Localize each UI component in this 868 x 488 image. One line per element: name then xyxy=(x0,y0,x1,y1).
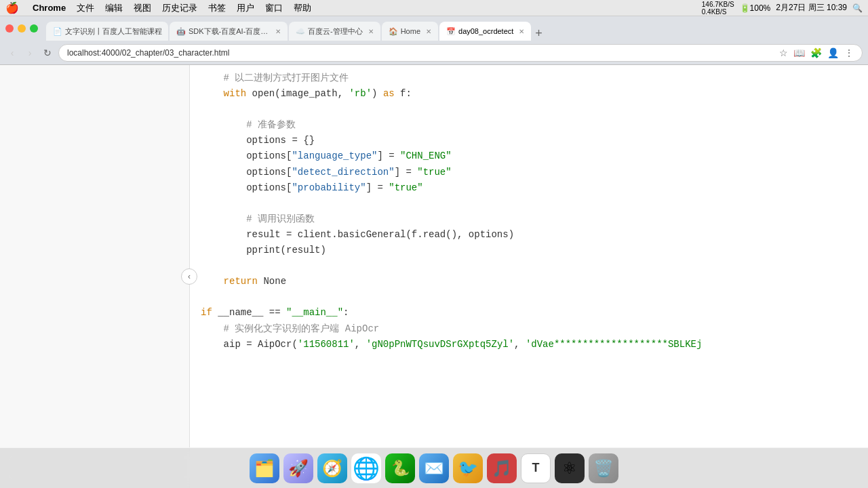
options-lang: options["language_type"] = "CHN_ENG" xyxy=(201,150,452,161)
comment-binary-open: # 以二进制方式打开图片文件 xyxy=(201,73,349,83)
pprint-line: pprint(result) xyxy=(201,245,326,256)
menu-help[interactable]: 帮助 xyxy=(294,2,311,14)
code-content: # 以二进制方式打开图片文件 with open(image_path, 'rb… xyxy=(190,65,868,358)
addressbar: ‹ › ↻ localhost:4000/02_chapter/03_chara… xyxy=(0,41,868,65)
if-main: if __name__ == "__main__": xyxy=(201,307,349,318)
dock-typora[interactable]: T xyxy=(521,453,551,483)
dock-launchpad[interactable]: 🚀 xyxy=(283,453,313,483)
close-button[interactable] xyxy=(5,24,14,33)
sidebar: ‹ xyxy=(0,65,190,488)
tab-3-icon: ☁️ xyxy=(296,27,305,36)
options-init: options = {} xyxy=(201,135,315,146)
code-area[interactable]: # 以二进制方式打开图片文件 with open(image_path, 'rb… xyxy=(190,65,868,488)
extensions-icon[interactable]: 🧩 xyxy=(810,47,822,58)
dock-trash[interactable]: 🗑️ xyxy=(589,453,618,483)
tabs-bar: 📄 文字识别丨百度人工智能课程 ✕ 🤖 SDK下载-百度AI-百度AI开放平..… xyxy=(43,16,545,41)
window-controls xyxy=(5,24,38,33)
tab-4-label: Home xyxy=(401,27,420,35)
minimize-button[interactable] xyxy=(18,24,26,33)
menu-edit[interactable]: 编辑 xyxy=(105,2,123,14)
address-text: localhost:4000/02_chapter/03_character.h… xyxy=(67,48,230,58)
result-line: result = client.basicGeneral(f.read(), o… xyxy=(201,229,514,240)
tab-3-close[interactable]: ✕ xyxy=(368,28,374,35)
menu-view[interactable]: 视图 xyxy=(134,2,151,14)
comment-call-func: # 调用识别函数 xyxy=(201,214,315,224)
options-probability: options["probability"] = "true" xyxy=(201,182,423,193)
dock: 🗂️ 🚀 🧭 🌐 🐍 ✉️ 🐦 🎵 T ⚛ 🗑️ xyxy=(0,447,868,488)
address-box[interactable]: localhost:4000/02_chapter/03_character.h… xyxy=(58,44,863,62)
tab-4[interactable]: 🏠 Home ✕ xyxy=(382,22,438,41)
tab-5-label: day08_ocrdetect xyxy=(458,27,513,35)
sidebar-collapse-button[interactable]: ‹ xyxy=(181,268,197,285)
options-direction: options["detect_direction"] = "true" xyxy=(201,167,452,178)
menubar: 🍎 Chrome 文件 编辑 视图 历史记录 书签 用户 窗口 帮助 146.7… xyxy=(0,0,868,16)
menubar-app[interactable]: Chrome xyxy=(33,3,66,13)
tab-4-icon: 🏠 xyxy=(389,27,398,36)
dock-chrome[interactable]: 🌐 xyxy=(351,453,381,483)
refresh-button[interactable]: ↻ xyxy=(41,46,54,60)
datetime: 2月27日 周三 10:39 xyxy=(776,2,847,14)
dock-vox[interactable]: 🎵 xyxy=(487,453,517,483)
tab-5-close[interactable]: ✕ xyxy=(519,28,524,35)
dock-mail[interactable]: ✉️ xyxy=(419,453,449,483)
dock-atom[interactable]: ⚛ xyxy=(555,453,585,483)
with-statement: with open(image_path, 'rb') as f: xyxy=(201,88,412,99)
maximize-button[interactable] xyxy=(30,24,38,33)
menubar-right: 146.7KB/S0.4KB/S 🔋100% 2月27日 周三 10:39 🔍 xyxy=(702,1,863,16)
aip-line: aip = AipOcr('11560811', 'gN0pPnWTQsuvDS… xyxy=(201,339,702,350)
tab-2-icon: 🤖 xyxy=(176,27,186,36)
dock-finder[interactable]: 🗂️ xyxy=(250,453,279,483)
menu-window[interactable]: 窗口 xyxy=(265,2,283,14)
menu-icon[interactable]: ⋮ xyxy=(844,47,854,58)
tab-4-close[interactable]: ✕ xyxy=(426,28,431,35)
battery: 🔋100% xyxy=(740,3,771,13)
menu-bookmarks[interactable]: 书签 xyxy=(208,2,226,14)
tab-1[interactable]: 📄 文字识别丨百度人工智能课程 ✕ xyxy=(46,22,168,41)
tab-1-icon: 📄 xyxy=(53,27,62,36)
forward-button[interactable]: › xyxy=(23,46,37,60)
tab-2-label: SDK下载-百度AI-百度AI开放平... xyxy=(189,26,270,37)
tab-3-label: 百度云-管理中心 xyxy=(308,26,363,37)
content-area: ‹ # 以二进制方式打开图片文件 with open(image_path, '… xyxy=(0,65,868,488)
tab-3[interactable]: ☁️ 百度云-管理中心 ✕ xyxy=(289,22,380,41)
dock-bird[interactable]: 🐦 xyxy=(453,453,483,483)
star-icon[interactable]: ☆ xyxy=(779,47,788,58)
comment-prepare-params: # 准备参数 xyxy=(201,119,296,130)
reader-icon[interactable]: 📖 xyxy=(793,47,805,58)
back-button[interactable]: ‹ xyxy=(5,46,19,60)
new-tab-button[interactable]: + xyxy=(535,26,542,41)
titlebar: 📄 文字识别丨百度人工智能课程 ✕ 🤖 SDK下载-百度AI-百度AI开放平..… xyxy=(0,16,868,41)
code-block: # 以二进制方式打开图片文件 with open(image_path, 'rb… xyxy=(201,70,852,352)
tab-5-icon: 📅 xyxy=(446,27,456,36)
network-speed: 146.7KB/S0.4KB/S xyxy=(702,1,734,16)
apple-menu[interactable]: 🍎 xyxy=(5,1,19,14)
menu-history[interactable]: 历史记录 xyxy=(162,2,197,14)
account-icon[interactable]: 👤 xyxy=(827,47,839,58)
address-icons: ☆ 📖 🧩 👤 ⋮ xyxy=(779,47,854,58)
menu-file[interactable]: 文件 xyxy=(77,2,94,14)
dock-pc[interactable]: 🐍 xyxy=(385,453,415,483)
menu-users[interactable]: 用户 xyxy=(237,2,254,14)
menubar-items: 文件 编辑 视图 历史记录 书签 用户 窗口 帮助 xyxy=(77,2,311,14)
tab-5[interactable]: 📅 day08_ocrdetect ✕ xyxy=(439,22,531,41)
search-icon[interactable]: 🔍 xyxy=(852,3,863,13)
tab-2-close[interactable]: ✕ xyxy=(275,28,281,35)
tab-1-close[interactable]: ✕ xyxy=(167,28,168,35)
tab-2[interactable]: 🤖 SDK下载-百度AI-百度AI开放平... ✕ xyxy=(170,22,288,41)
return-line: return None xyxy=(201,276,286,287)
comment-init-client: # 实例化文字识别的客户端 AipOcr xyxy=(201,323,379,334)
tab-1-label: 文字识别丨百度人工智能课程 xyxy=(65,26,162,37)
dock-safari[interactable]: 🧭 xyxy=(317,453,347,483)
